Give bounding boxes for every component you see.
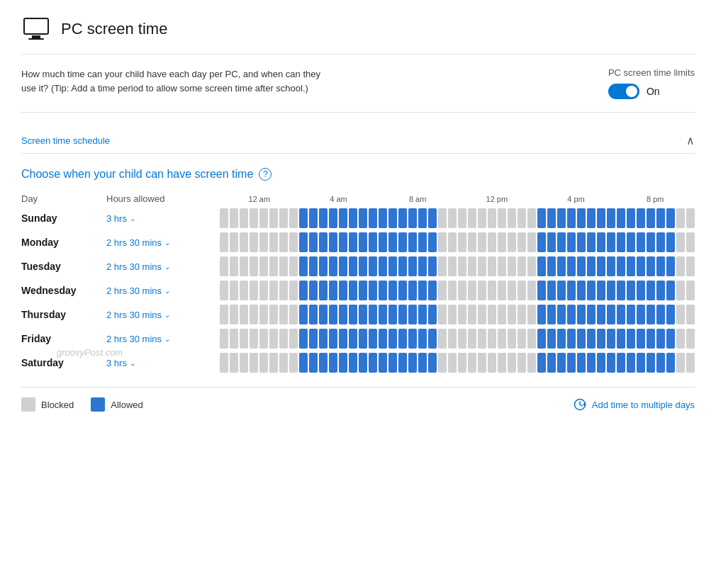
time-cell[interactable] <box>259 256 268 276</box>
time-cell[interactable] <box>498 305 506 324</box>
time-cell[interactable] <box>388 281 397 300</box>
hours-allowed[interactable]: 2 hrs 30 mins ⌄ <box>106 237 220 248</box>
schedule-header[interactable]: Screen time schedule ∧ <box>21 128 695 154</box>
time-cell[interactable] <box>656 305 665 324</box>
time-cell[interactable] <box>299 305 308 324</box>
add-time-button[interactable]: Add time to multiple days <box>574 398 695 411</box>
time-cell[interactable] <box>567 305 576 324</box>
time-cell[interactable] <box>250 256 258 276</box>
time-cell[interactable] <box>537 208 546 228</box>
time-cell[interactable] <box>627 281 635 300</box>
time-cell[interactable] <box>398 208 407 228</box>
time-cell[interactable] <box>339 208 347 228</box>
time-cell[interactable] <box>458 281 466 300</box>
time-cell[interactable] <box>488 305 496 324</box>
time-cell[interactable] <box>418 208 427 228</box>
time-cell[interactable] <box>547 208 556 228</box>
time-cell[interactable] <box>369 232 377 252</box>
time-cell[interactable] <box>359 208 367 228</box>
time-cell[interactable] <box>329 353 337 373</box>
time-cell[interactable] <box>617 281 625 300</box>
time-cell[interactable] <box>398 232 407 252</box>
time-cell[interactable] <box>587 281 595 300</box>
time-cell[interactable] <box>597 329 605 349</box>
time-cell[interactable] <box>269 208 278 228</box>
time-cell[interactable] <box>597 208 605 228</box>
time-cell[interactable] <box>498 232 506 252</box>
time-grid[interactable] <box>220 256 695 276</box>
time-cell[interactable] <box>577 281 586 300</box>
time-cell[interactable] <box>289 305 298 324</box>
time-cell[interactable] <box>577 256 586 276</box>
time-cell[interactable] <box>438 305 447 324</box>
time-cell[interactable] <box>240 305 248 324</box>
time-cell[interactable] <box>319 256 328 276</box>
time-cell[interactable] <box>647 353 655 373</box>
time-cell[interactable] <box>359 329 367 349</box>
time-cell[interactable] <box>279 353 288 373</box>
time-cell[interactable] <box>299 353 308 373</box>
time-cell[interactable] <box>428 329 437 349</box>
time-cell[interactable] <box>478 281 486 300</box>
time-cell[interactable] <box>577 232 586 252</box>
time-cell[interactable] <box>527 305 536 324</box>
hours-allowed[interactable]: 3 hrs ⌄ <box>106 358 220 368</box>
time-cell[interactable] <box>250 353 258 373</box>
time-cell[interactable] <box>597 232 605 252</box>
time-cell[interactable] <box>259 305 268 324</box>
time-cell[interactable] <box>557 281 566 300</box>
time-cell[interactable] <box>428 232 437 252</box>
hours-allowed[interactable]: 2 hrs 30 mins ⌄ <box>106 310 220 320</box>
time-cell[interactable] <box>359 353 367 373</box>
time-cell[interactable] <box>518 329 526 349</box>
time-cell[interactable] <box>220 256 228 276</box>
time-cell[interactable] <box>279 329 288 349</box>
time-cell[interactable] <box>379 256 387 276</box>
time-cell[interactable] <box>458 256 466 276</box>
time-cell[interactable] <box>259 353 268 373</box>
time-cell[interactable] <box>676 256 685 276</box>
time-cell[interactable] <box>379 281 387 300</box>
time-cell[interactable] <box>587 305 595 324</box>
time-cell[interactable] <box>408 208 417 228</box>
time-cell[interactable] <box>319 232 328 252</box>
time-cell[interactable] <box>567 232 576 252</box>
time-cell[interactable] <box>220 353 228 373</box>
time-cell[interactable] <box>428 305 437 324</box>
time-cell[interactable] <box>349 305 357 324</box>
time-cell[interactable] <box>369 208 377 228</box>
time-cell[interactable] <box>587 232 595 252</box>
time-cell[interactable] <box>567 208 576 228</box>
time-cell[interactable] <box>637 329 645 349</box>
time-cell[interactable] <box>567 256 576 276</box>
time-cell[interactable] <box>408 353 417 373</box>
time-cell[interactable] <box>508 208 516 228</box>
time-cell[interactable] <box>428 281 437 300</box>
time-cell[interactable] <box>537 329 546 349</box>
time-cell[interactable] <box>537 232 546 252</box>
time-cell[interactable] <box>468 256 476 276</box>
time-cell[interactable] <box>527 329 536 349</box>
time-cell[interactable] <box>676 353 685 373</box>
time-cell[interactable] <box>259 208 268 228</box>
time-cell[interactable] <box>547 353 556 373</box>
time-cell[interactable] <box>527 232 536 252</box>
time-cell[interactable] <box>230 232 238 252</box>
time-cell[interactable] <box>587 353 595 373</box>
time-cell[interactable] <box>498 281 506 300</box>
time-cell[interactable] <box>230 256 238 276</box>
time-cell[interactable] <box>597 256 605 276</box>
time-cell[interactable] <box>468 305 476 324</box>
time-cell[interactable] <box>240 208 248 228</box>
time-cell[interactable] <box>319 353 328 373</box>
time-cell[interactable] <box>666 329 675 349</box>
time-cell[interactable] <box>329 232 337 252</box>
time-cell[interactable] <box>309 305 318 324</box>
time-cell[interactable] <box>279 208 288 228</box>
time-cell[interactable] <box>309 281 318 300</box>
time-cell[interactable] <box>220 208 228 228</box>
time-cell[interactable] <box>349 256 357 276</box>
time-cell[interactable] <box>269 329 278 349</box>
time-cell[interactable] <box>577 353 586 373</box>
time-cell[interactable] <box>240 353 248 373</box>
